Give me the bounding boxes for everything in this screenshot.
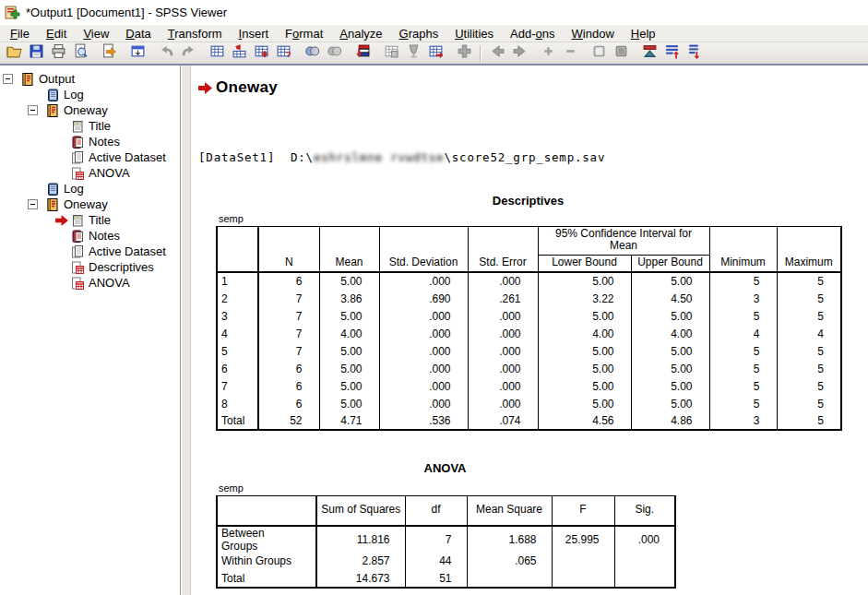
insert-text-button[interactable] — [424, 43, 446, 64]
anova-title: ANOVA — [216, 461, 674, 475]
menu-transform[interactable]: Transform — [160, 26, 231, 42]
show-item-button[interactable] — [588, 43, 610, 64]
outline-collapse-button[interactable] — [683, 43, 705, 64]
pane-splitter[interactable] — [181, 65, 191, 595]
cell-value: 5 — [709, 307, 777, 325]
tree-item-active-dataset[interactable]: Active Dataset — [0, 149, 180, 165]
select-cases-icon — [304, 43, 320, 63]
insert-variable-button[interactable] — [250, 43, 272, 64]
open-file-button[interactable] — [3, 43, 25, 64]
use-sets-button[interactable] — [351, 43, 374, 64]
tree-item-oneway[interactable]: Oneway — [0, 196, 180, 212]
tree-expander-minus[interactable] — [28, 105, 38, 115]
cell-value: 4.86 — [631, 412, 709, 430]
menu-graphs[interactable]: Graphs — [391, 26, 447, 42]
menu-utilities[interactable]: Utilities — [446, 26, 502, 42]
tree-item-title[interactable]: Title — [0, 212, 180, 228]
cell-value: 5.00 — [631, 342, 709, 360]
current-item-arrow-icon — [198, 82, 212, 94]
goto-data-button[interactable] — [206, 43, 228, 64]
toolbar-separator — [480, 45, 482, 62]
svg-text:?: ? — [285, 49, 291, 59]
cell-value: 2.857 — [316, 553, 405, 570]
menu-analyze[interactable]: Analyze — [331, 26, 390, 42]
use-sets-icon — [355, 43, 371, 63]
page-left-button[interactable] — [486, 43, 508, 64]
cell-value — [552, 553, 614, 570]
table-row: Within Groups2.85744.065 — [217, 553, 675, 570]
descriptives-table[interactable]: NMeanStd. DeviationStd. Error95% Confide… — [216, 226, 842, 431]
cell-value: 25.995 — [552, 526, 614, 553]
outline-demote-button[interactable] — [638, 43, 660, 64]
export-output-icon — [101, 43, 117, 63]
variable-info-icon: ? — [276, 43, 291, 63]
row-label: 3 — [217, 307, 258, 325]
table-row: 375.00.000.0005.005.0055 — [217, 307, 841, 325]
menu-help[interactable]: Help — [623, 26, 664, 42]
recall-dialog-button[interactable] — [126, 43, 149, 64]
tree-item-title[interactable]: Title — [0, 118, 180, 134]
cell-value: 5 — [709, 395, 777, 412]
cell-value: .000 — [468, 272, 538, 290]
cell-value: 5.00 — [319, 307, 379, 325]
cell-value: 14.673 — [316, 570, 405, 588]
goto-case-button[interactable] — [228, 43, 250, 64]
select-last-output-icon — [457, 43, 472, 63]
expand-item-button[interactable] — [537, 43, 559, 64]
cell-value: .065 — [467, 553, 552, 570]
tree-item-oneway[interactable]: Oneway — [0, 102, 180, 118]
row-label: 2 — [217, 290, 258, 307]
print-preview-button[interactable] — [69, 43, 91, 64]
tree-item-log[interactable]: Log — [0, 181, 180, 196]
tree-item-anova[interactable]: ANOVA — [0, 165, 180, 181]
print-button[interactable] — [47, 43, 69, 64]
cell-value: 5 — [777, 342, 841, 360]
row-label: Total — [217, 412, 258, 430]
column-header: N — [258, 227, 319, 273]
menu-view[interactable]: View — [75, 26, 117, 42]
log-icon — [45, 88, 60, 102]
table-row: 665.00.000.0005.005.0055 — [217, 360, 841, 377]
variable-info-button[interactable]: ? — [272, 43, 294, 64]
output-book-icon — [45, 103, 60, 118]
cell-value: 5 — [777, 290, 841, 307]
tree-expander-minus[interactable] — [3, 74, 13, 84]
menu-edit[interactable]: Edit — [38, 26, 75, 42]
tree-item-descriptives[interactable]: Descriptives — [0, 259, 180, 275]
tree-item-anova[interactable]: ANOVA — [0, 275, 180, 291]
tree-item-notes[interactable]: Notes — [0, 134, 180, 149]
column-header: Lower Bound — [538, 256, 631, 273]
outline-collapse-icon — [686, 43, 702, 63]
page-right-button[interactable] — [508, 43, 530, 64]
collapse-item-button[interactable] — [559, 43, 581, 64]
menu-file[interactable]: File — [2, 26, 38, 42]
save-file-icon — [29, 43, 44, 63]
menu-window[interactable]: Window — [564, 26, 623, 42]
select-cases-button[interactable] — [301, 43, 323, 64]
tree-item-label: Oneway — [64, 197, 108, 211]
cell-value: 4.71 — [319, 412, 379, 430]
tree-expander-minus[interactable] — [28, 199, 38, 209]
column-header: F — [552, 496, 614, 526]
outline-promote-button[interactable] — [660, 43, 683, 64]
cell-value: 5.00 — [319, 272, 379, 290]
tree-item-label: Active Dataset — [89, 150, 166, 164]
anova-table[interactable]: Sum of SquaresdfMean SquareFSig.Between … — [216, 495, 676, 589]
outline-promote-icon — [664, 43, 680, 63]
tree-item-active-dataset[interactable]: Active Dataset — [0, 244, 180, 259]
hide-item-button[interactable] — [610, 43, 632, 64]
save-file-button[interactable] — [25, 43, 47, 64]
menu-addons[interactable]: Add-ons — [502, 26, 563, 42]
menu-data[interactable]: Data — [117, 26, 159, 42]
row-label: Total — [217, 570, 316, 588]
window-title: *Output1 [Document1] - SPSS Viewer — [26, 6, 227, 19]
toolbar: ? — [0, 42, 868, 65]
tree-item-output[interactable]: Output — [0, 71, 180, 87]
tree-item-notes[interactable]: Notes — [0, 228, 180, 244]
export-output-button[interactable] — [98, 43, 120, 64]
tree-item-log[interactable]: Log — [0, 87, 180, 102]
menu-insert[interactable]: Insert — [231, 26, 278, 42]
select-last-output-button — [453, 43, 475, 64]
expand-item-icon — [541, 43, 556, 63]
menu-format[interactable]: Format — [277, 26, 331, 42]
